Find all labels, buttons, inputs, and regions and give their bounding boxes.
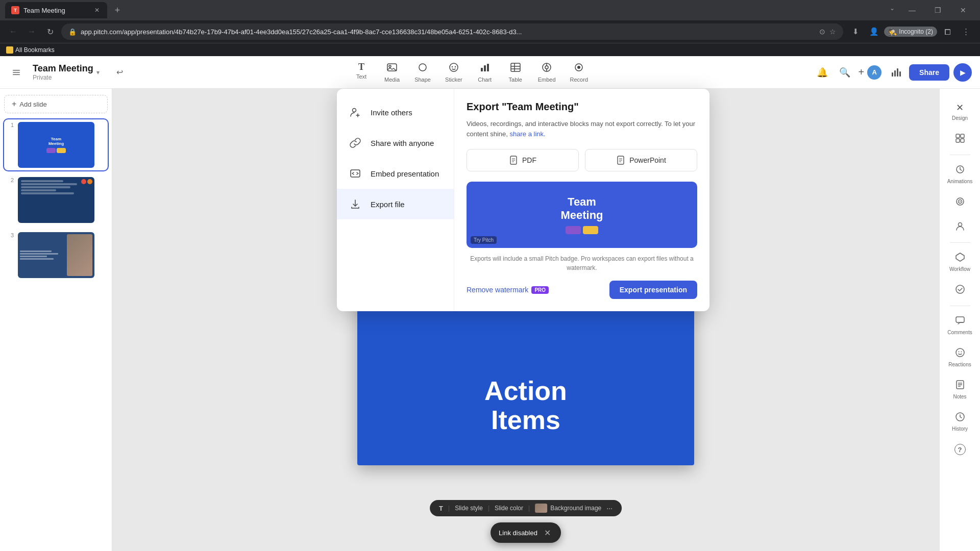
forward-button[interactable]: → [24, 24, 39, 39]
bookmarks-label: All Bookmarks [15, 46, 55, 54]
preview-title-line1: Team [568, 195, 596, 209]
back-button[interactable]: ← [6, 24, 20, 39]
browser-titlebar: T Team Meeting ✕ + ⌄ — ❐ ✕ [0, 0, 980, 20]
share-with-anyone-menu-item[interactable]: Share with anyone [337, 128, 454, 158]
export-file-label: Export file [371, 200, 405, 209]
more-menu-button[interactable]: ⋮ [958, 23, 974, 40]
invite-icon [347, 104, 363, 120]
maximize-button[interactable]: ❐ [926, 2, 949, 18]
incognito-icon: 🕵 [888, 28, 897, 36]
export-file-menu-item[interactable]: Export file [337, 189, 454, 219]
refresh-button[interactable]: ↻ [43, 24, 57, 39]
export-description: Videos, recordings, and interactive bloc… [467, 119, 697, 139]
star-icon[interactable]: ☆ [829, 28, 836, 36]
folder-icon [6, 46, 13, 54]
watermark-note: Exports will include a small Pitch badge… [467, 254, 697, 272]
close-window-button[interactable]: ✕ [951, 2, 975, 18]
pdf-label: PDF [522, 156, 536, 164]
invite-others-menu-item[interactable]: Invite others [337, 97, 454, 128]
share-menu: Invite others Share with anyone Embed pr… [337, 89, 454, 311]
share-dropdown: Invite others Share with anyone Embed pr… [337, 89, 709, 311]
minimize-arrows-icon[interactable]: ⌄ [886, 2, 898, 14]
preview-content: Team Meeting [560, 195, 603, 234]
powerpoint-export-button[interactable]: PowerPoint [585, 149, 697, 171]
browser-chrome: T Team Meeting ✕ + ⌄ — ❐ ✕ ← → ↻ 🔒 app.p… [0, 0, 980, 56]
browser-tab[interactable]: T Team Meeting ✕ [5, 2, 107, 18]
profile-button[interactable]: 👤 [866, 23, 882, 40]
export-presentation-button[interactable]: Export presentation [609, 281, 697, 299]
new-tab-button[interactable]: + [111, 4, 124, 16]
extensions-button[interactable]: ⧠ [939, 23, 955, 40]
shield-icon: ⊙ [819, 28, 825, 36]
svg-point-46 [353, 109, 356, 112]
export-footer: Remove watermark PRO Export presentation [467, 281, 697, 299]
browser-toolbar: ← → ↻ 🔒 app.pitch.com/app/presentation/4… [0, 20, 980, 43]
tab-title: Team Meeting [23, 7, 89, 14]
export-title: Export "Team Meeting" [467, 101, 697, 113]
address-text: app.pitch.com/app/presentation/4b74b27e-… [81, 28, 815, 36]
export-format-buttons: PDF PowerPoint [467, 149, 697, 171]
tab-favicon: T [11, 6, 19, 14]
tab-close-btn[interactable]: ✕ [93, 6, 101, 14]
link-icon [347, 135, 363, 151]
toolbar-icons: ⬇ 👤 🕵 Incognito (2) ⧠ ⋮ [847, 23, 974, 40]
preview-hands [566, 226, 598, 234]
minimize-button[interactable]: — [900, 2, 924, 18]
toast-message: Link disabled [499, 529, 537, 537]
share-link-anchor[interactable]: share a link. [510, 130, 546, 138]
lock-icon: 🔒 [68, 28, 77, 36]
incognito-badge[interactable]: 🕵 Incognito (2) [884, 27, 937, 37]
embed-presentation-menu-item[interactable]: Embed presentation [337, 158, 454, 189]
embed-icon [347, 165, 363, 182]
preview-title-line2: Meeting [560, 209, 603, 222]
download-button[interactable]: ⬇ [847, 23, 864, 40]
remove-watermark-button[interactable]: Remove watermark PRO [467, 286, 549, 294]
preview-pitch-badge: Try Pitch [471, 236, 497, 244]
embed-presentation-label: Embed presentation [371, 169, 439, 178]
window-controls: ⌄ — ❐ ✕ [886, 2, 975, 18]
bookmarks-bar: All Bookmarks [0, 43, 980, 56]
bookmarks-folder[interactable]: All Bookmarks [6, 46, 55, 54]
export-preview: Team Meeting Try Pitch [467, 182, 697, 248]
toast-close-button[interactable]: ✕ [543, 528, 553, 538]
address-bar[interactable]: 🔒 app.pitch.com/app/presentation/4b74b27… [61, 23, 843, 40]
export-desc-text: Videos, recordings, and interactive bloc… [467, 120, 695, 138]
pdf-export-button[interactable]: PDF [467, 149, 579, 171]
export-panel: Export "Team Meeting" Videos, recordings… [454, 89, 709, 311]
pro-badge: PRO [531, 286, 549, 294]
share-with-anyone-label: Share with anyone [371, 139, 434, 147]
powerpoint-label: PowerPoint [629, 156, 666, 164]
incognito-label: Incognito (2) [899, 28, 933, 35]
link-disabled-toast: Link disabled ✕ [491, 522, 561, 543]
remove-watermark-label: Remove watermark [467, 286, 528, 294]
export-icon [347, 196, 363, 212]
invite-others-label: Invite others [371, 108, 412, 117]
